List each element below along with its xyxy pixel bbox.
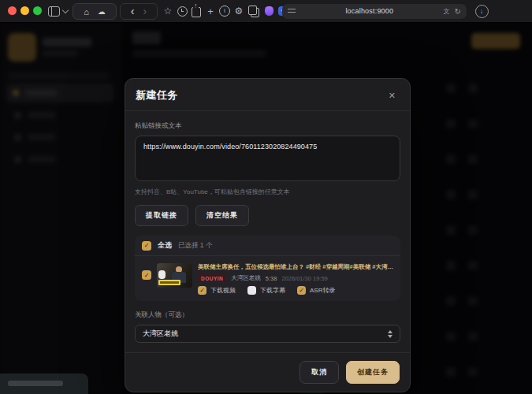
select-all-checkbox[interactable]: ✓ [142,241,151,251]
video-author: 大湾区老姚 [231,274,261,282]
nav-pill: ‹ › [120,3,158,20]
person-select-label: 关联人物（可选） [135,310,400,320]
back-icon[interactable]: ‹ [131,5,135,17]
reload-icon[interactable]: ↻ [455,7,461,16]
modal-footer: 取消 创建任务 [125,352,410,392]
extract-links-button[interactable]: 提取链接 [135,205,188,226]
video-checkbox[interactable]: ✓ [142,270,151,280]
video-result-row: ✓ 美联储主席换任，五位候选最怕谁上台？ #财经 #穿越周期#美联储 #大湾区老… [135,256,400,301]
modal-title: 新建任务 [136,88,178,102]
option-download-subtitles[interactable]: 下载字幕 [247,286,285,295]
download-options: ✓ 下载视频 下载字幕 ✓ ASR转录 [198,286,393,295]
clear-results-button[interactable]: 清空结果 [195,205,249,226]
video-duration: 5:38 [266,275,277,282]
option-download-video[interactable]: ✓ 下载视频 [198,286,236,295]
modal-body: 粘贴链接或文本 https://www.douyin.com/video/760… [125,111,410,352]
sidebar-toggle-icon[interactable] [47,0,60,22]
video-meta: DOUYIN 大湾区老姚 5:38 2026/01/30 19:59 [198,274,393,282]
select-all-label: 全选 [158,240,172,251]
translate-icon[interactable]: 文 [444,7,450,16]
checkbox-checked[interactable]: ✓ [297,286,306,295]
selected-count: 已选择 1 个 [178,241,212,251]
close-window-button[interactable] [8,6,17,15]
select-stepper-icon [388,330,392,338]
history-icon[interactable] [177,0,188,22]
person-select-value: 大湾区老姚 [143,329,388,339]
home-icon[interactable]: ⌂ [84,7,89,17]
site-info-icon[interactable] [288,7,296,15]
link-textarea[interactable]: https://www.douyin.com/video/76011230208… [135,136,400,181]
info-icon[interactable]: i [219,0,230,22]
video-title: 美联储主席换任，五位候选最怕谁上台？ #财经 #穿越周期#美联储 #大湾区老姚 … [198,263,393,271]
chevron-down-icon[interactable] [61,0,69,22]
option-asr-transcribe[interactable]: ✓ ASR转录 [297,286,335,295]
link-preview-bubble [0,374,88,394]
cloud-icon[interactable]: ☁ [98,7,106,16]
downloads-icon[interactable]: ↓ [474,0,489,22]
settings-gear-icon[interactable]: ⚙ [233,0,244,22]
new-task-modal: 新建任务 ✕ 粘贴链接或文本 https://www.douyin.com/vi… [125,78,411,392]
url-text[interactable]: localhost:9000 [296,7,444,15]
person-select[interactable]: 大湾区老姚 [135,325,400,343]
supported-platforms-hint: 支持抖音、B站、YouTube，可粘贴包含链接的任意文本 [135,188,400,196]
bookmark-star-icon[interactable]: ☆ [162,0,173,22]
share-icon[interactable] [191,0,202,22]
browser-toolbar: ⌂ ☁ ‹ › ☆ + i ⚙ ✦ localhost:9000 文 ↻ ↓ [0,0,532,23]
results-header: ✓ 全选 已选择 1 个 [135,236,400,256]
close-icon[interactable]: ✕ [385,89,399,102]
video-date: 2026/01/30 19:59 [281,275,327,282]
cancel-button[interactable]: 取消 [299,361,339,384]
workspace-pill: ⌂ ☁ [73,3,117,20]
checkbox-unchecked[interactable] [247,286,256,295]
zoom-window-button[interactable] [33,6,42,15]
modal-header: 新建任务 ✕ [125,79,410,111]
platform-badge: DOUYIN [198,274,226,282]
extension-purple-icon[interactable] [263,0,274,22]
minimize-window-button[interactable] [20,6,29,15]
video-thumbnail [157,263,192,288]
checkbox-checked[interactable]: ✓ [198,286,206,295]
results-panel: ✓ 全选 已选择 1 个 ✓ 美联储主席换任，五位候选最怕谁上台？ #财经 #穿… [135,236,400,301]
paste-link-label: 粘贴链接或文本 [135,121,400,131]
address-bar[interactable]: localhost:9000 文 ↻ [282,4,467,19]
link-textarea-value: https://www.douyin.com/video/76011230208… [143,143,392,151]
create-task-button[interactable]: 创建任务 [346,361,400,384]
new-tab-icon[interactable]: + [205,0,216,22]
screen: ⌂ ☁ ‹ › ☆ + i ⚙ ✦ localhost:9000 文 ↻ ↓ [0,0,532,394]
forward-icon[interactable]: › [143,5,147,17]
copy-tabs-icon[interactable] [247,0,260,22]
